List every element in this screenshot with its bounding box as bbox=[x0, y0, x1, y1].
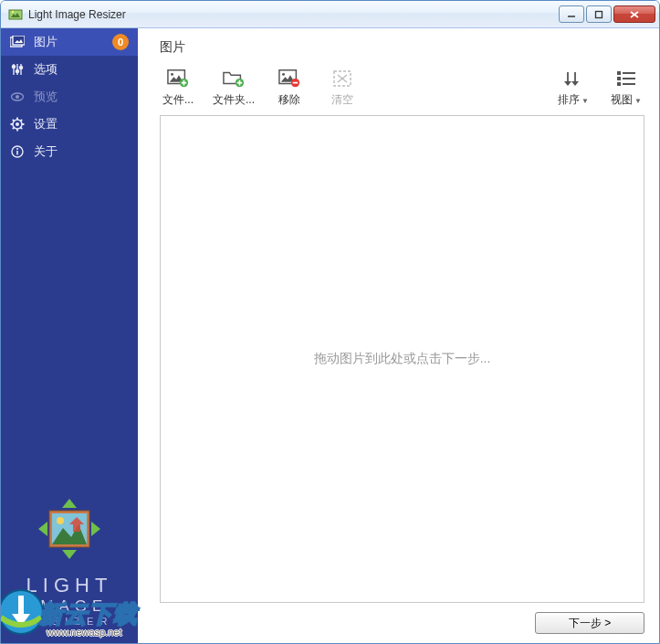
chevron-down-icon: ▼ bbox=[581, 97, 589, 105]
folder-add-icon bbox=[223, 69, 245, 89]
app-window: Light Image Resizer 图片 0 bbox=[0, 0, 660, 644]
window-title: Light Image Resizer bbox=[28, 8, 559, 21]
svg-point-14 bbox=[16, 69, 18, 72]
sidebar-item-label: 关于 bbox=[34, 143, 58, 160]
svg-line-27 bbox=[21, 120, 23, 121]
svg-point-42 bbox=[171, 73, 173, 76]
view-list-icon bbox=[615, 69, 637, 89]
remove-button[interactable]: 移除 bbox=[271, 69, 308, 108]
footer: 下一步 > bbox=[160, 603, 644, 634]
page-title: 图片 bbox=[160, 39, 644, 56]
sidebar-item-settings[interactable]: 设置 bbox=[1, 111, 138, 138]
brand-text: LIGHT IMAGE RESIZER bbox=[1, 568, 138, 643]
sidebar-item-label: 预览 bbox=[34, 89, 58, 105]
sidebar-item-label: 选项 bbox=[34, 61, 58, 78]
svg-point-51 bbox=[282, 73, 285, 76]
sort-button[interactable]: 排序▼ bbox=[555, 69, 592, 108]
tool-label: 文件夹... bbox=[213, 92, 255, 108]
maximize-button[interactable] bbox=[586, 5, 612, 23]
svg-point-29 bbox=[16, 148, 18, 150]
sidebar-item-label: 设置 bbox=[34, 116, 58, 132]
svg-rect-61 bbox=[617, 71, 621, 75]
svg-point-13 bbox=[12, 65, 15, 68]
svg-rect-8 bbox=[13, 36, 25, 45]
svg-line-25 bbox=[21, 128, 23, 130]
main-panel: 图片 文件... 文件夹... bbox=[138, 28, 659, 643]
svg-point-19 bbox=[16, 122, 19, 126]
next-button[interactable]: 下一步 > bbox=[535, 612, 644, 634]
titlebar: Light Image Resizer bbox=[1, 1, 659, 28]
sidebar-item-options[interactable]: 选项 bbox=[1, 56, 138, 83]
svg-rect-63 bbox=[617, 77, 621, 80]
info-icon bbox=[10, 144, 25, 159]
image-remove-icon bbox=[278, 69, 300, 89]
svg-point-15 bbox=[19, 66, 22, 69]
tool-label: 排序 bbox=[558, 93, 580, 106]
svg-line-24 bbox=[13, 120, 15, 121]
toolbar: 文件... 文件夹... 移除 bbox=[160, 69, 644, 108]
svg-point-17 bbox=[16, 95, 19, 99]
tool-label: 视图 bbox=[611, 93, 633, 106]
svg-marker-34 bbox=[91, 522, 100, 536]
svg-marker-33 bbox=[38, 522, 47, 536]
sliders-icon bbox=[10, 63, 25, 76]
svg-marker-60 bbox=[571, 81, 579, 86]
svg-line-26 bbox=[13, 128, 15, 130]
image-add-icon bbox=[167, 69, 189, 89]
svg-marker-32 bbox=[62, 550, 77, 559]
sort-icon bbox=[562, 69, 584, 89]
brand-line3: RESIZER bbox=[1, 616, 138, 627]
tool-label: 清空 bbox=[331, 92, 353, 108]
svg-rect-64 bbox=[623, 78, 635, 79]
sidebar: 图片 0 选项 预览 设置 bbox=[1, 28, 138, 643]
sidebar-logo bbox=[1, 488, 138, 568]
eye-icon bbox=[10, 90, 25, 103]
svg-marker-58 bbox=[564, 81, 571, 86]
sidebar-item-label: 图片 bbox=[34, 34, 58, 50]
sidebar-item-images[interactable]: 图片 0 bbox=[1, 28, 138, 56]
minimize-button[interactable] bbox=[559, 5, 584, 23]
tool-label: 文件... bbox=[162, 92, 194, 108]
sidebar-item-about[interactable]: 关于 bbox=[1, 138, 138, 165]
add-file-button[interactable]: 文件... bbox=[160, 69, 196, 108]
svg-rect-62 bbox=[623, 72, 635, 74]
clear-icon bbox=[331, 69, 353, 89]
brand-line1: LIGHT bbox=[1, 574, 138, 597]
sidebar-item-preview[interactable]: 预览 bbox=[1, 83, 138, 111]
svg-rect-4 bbox=[596, 11, 602, 17]
window-controls bbox=[559, 5, 655, 23]
sidebar-badge: 0 bbox=[112, 34, 129, 50]
svg-point-2 bbox=[12, 10, 14, 12]
close-button[interactable] bbox=[613, 5, 655, 23]
images-icon bbox=[10, 36, 25, 48]
svg-rect-0 bbox=[9, 10, 22, 19]
svg-point-38 bbox=[57, 517, 64, 524]
dropzone[interactable]: 拖动图片到此处或点击下一步... bbox=[160, 115, 644, 603]
gear-icon bbox=[10, 117, 25, 132]
svg-marker-31 bbox=[62, 499, 77, 508]
app-icon bbox=[8, 7, 23, 22]
chevron-down-icon: ▼ bbox=[634, 97, 642, 105]
svg-rect-65 bbox=[617, 82, 621, 86]
view-button[interactable]: 视图▼ bbox=[608, 69, 644, 108]
next-button-label: 下一步 > bbox=[569, 616, 611, 631]
tool-label: 移除 bbox=[278, 92, 300, 108]
svg-rect-66 bbox=[623, 83, 635, 85]
dropzone-hint: 拖动图片到此处或点击下一步... bbox=[314, 351, 491, 367]
add-folder-button[interactable]: 文件夹... bbox=[213, 69, 255, 108]
brand-line2: IMAGE bbox=[1, 597, 138, 616]
clear-button[interactable]: 清空 bbox=[324, 69, 361, 108]
